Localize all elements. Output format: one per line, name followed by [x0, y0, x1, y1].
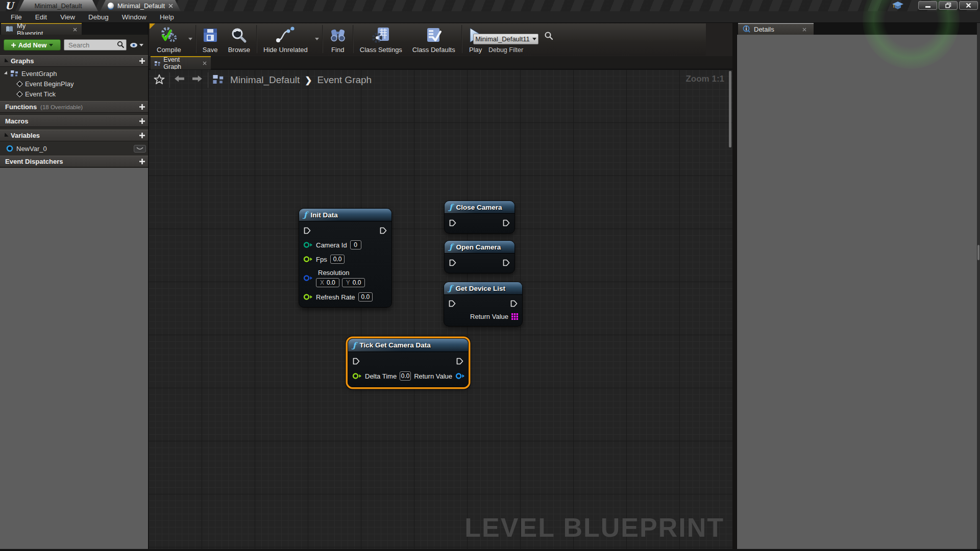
node-init-data[interactable]: ƒ Init Data: [299, 208, 392, 308]
exec-output-pin[interactable]: [456, 357, 464, 365]
menu-edit[interactable]: Edit: [29, 11, 54, 23]
browse-button[interactable]: Browse: [223, 23, 255, 55]
refresh-rate-value-field[interactable]: 0.0: [358, 292, 373, 302]
expander-icon[interactable]: [3, 58, 8, 64]
class-defaults-label: Class Defaults: [412, 46, 455, 54]
debug-filter-dropdown[interactable]: Minimal_Default11: [473, 34, 538, 44]
menu-help[interactable]: Help: [153, 11, 181, 23]
close-icon[interactable]: [73, 28, 77, 32]
tab-details[interactable]: Details: [738, 23, 814, 35]
camera-id-pin[interactable]: [303, 241, 313, 248]
compile-options-dropdown[interactable]: [188, 38, 192, 40]
forward-arrow-icon[interactable]: [192, 75, 203, 85]
add-variable-button[interactable]: [139, 133, 145, 138]
exec-output-pin[interactable]: [510, 299, 518, 308]
event-graph-canvas[interactable]: Minimal_Default ❯ Event Graph Zoom 1:1 L…: [148, 69, 732, 551]
compile-button[interactable]: Compile: [152, 23, 186, 55]
find-label: Find: [331, 46, 344, 54]
add-new-button[interactable]: Add New: [4, 39, 61, 51]
menu-file[interactable]: File: [4, 11, 29, 23]
tab-event-graph[interactable]: Event Graph: [151, 56, 211, 69]
fps-pin[interactable]: [303, 256, 313, 263]
exec-input-pin[interactable]: [352, 357, 360, 365]
camera-id-value-field[interactable]: 0: [350, 240, 361, 249]
exec-output-pin[interactable]: [379, 227, 387, 235]
y-value: 0.0: [353, 279, 361, 286]
refresh-rate-pin[interactable]: [303, 293, 313, 300]
debug-search-icon[interactable]: [544, 31, 553, 42]
resolution-x-field[interactable]: X 0.0: [316, 278, 339, 287]
close-window-button[interactable]: [959, 1, 978, 10]
add-function-button[interactable]: [139, 104, 145, 110]
event-dispatchers-section-header[interactable]: Event Dispatchers: [0, 156, 148, 167]
node-open-camera[interactable]: ƒ Open Camera: [444, 240, 515, 273]
breadcrumb-separator-icon: ❯: [305, 75, 312, 86]
event-icon: [16, 81, 23, 87]
return-value-array-pin[interactable]: [511, 313, 518, 320]
window-edge-handle[interactable]: [977, 245, 979, 260]
breadcrumb-current[interactable]: Event Graph: [317, 74, 372, 86]
row-eventgraph[interactable]: EventGraph: [0, 68, 148, 79]
class-settings-button[interactable]: Class Settings: [355, 23, 407, 55]
minimize-button[interactable]: [918, 1, 937, 10]
close-icon[interactable]: [168, 4, 173, 8]
row-variable-newvar0[interactable]: NewVar_0: [0, 143, 148, 154]
save-icon: [203, 26, 218, 44]
resolution-y-field[interactable]: Y 0.0: [342, 278, 365, 287]
expander-icon[interactable]: [4, 71, 9, 76]
expander-icon[interactable]: [3, 133, 8, 138]
variables-title: Variables: [11, 132, 40, 139]
row-event-tick[interactable]: Event Tick: [0, 89, 148, 99]
back-arrow-icon[interactable]: [175, 75, 185, 85]
exec-output-pin[interactable]: [502, 219, 510, 227]
tutorials-icon[interactable]: [892, 2, 903, 12]
menu-debug[interactable]: Debug: [82, 11, 115, 23]
pin-label: Delta Time: [365, 372, 397, 380]
row-event-beginplay[interactable]: Event BeginPlay: [0, 79, 148, 89]
graph-scrollbar-thumb[interactable]: [729, 71, 731, 147]
exec-input-pin[interactable]: [448, 299, 456, 308]
close-icon[interactable]: [203, 61, 207, 65]
breadcrumb-root[interactable]: Minimal_Default: [230, 74, 300, 86]
add-graph-button[interactable]: [139, 58, 145, 64]
favorite-star-icon[interactable]: [154, 74, 165, 87]
tab-my-blueprint[interactable]: My Blueprint: [1, 23, 82, 35]
hide-unrelated-options-dropdown[interactable]: [315, 38, 319, 40]
fps-value-field[interactable]: 0.0: [330, 255, 345, 264]
window-tab-level[interactable]: Minimal_Default: [18, 0, 98, 11]
graphs-section-header[interactable]: Graphs: [0, 55, 148, 67]
panel-splitter[interactable]: [732, 23, 737, 549]
my-blueprint-panel: My Blueprint Add New: [0, 23, 148, 549]
hide-unrelated-button[interactable]: Hide Unrelated: [258, 23, 313, 55]
event-dispatchers-title: Event Dispatchers: [5, 158, 63, 165]
class-defaults-button[interactable]: Class Defaults: [407, 23, 460, 55]
delta-time-value-field[interactable]: 0.0: [400, 371, 411, 381]
exec-input-pin[interactable]: [449, 219, 457, 227]
functions-hint: (18 Overridable): [40, 104, 83, 110]
node-get-device-list[interactable]: ƒ Get Device List Return Value: [444, 282, 523, 327]
return-value-pin[interactable]: [455, 372, 465, 380]
menu-window[interactable]: Window: [115, 11, 153, 23]
delta-time-pin[interactable]: [352, 372, 362, 380]
restore-button[interactable]: [939, 1, 958, 10]
add-event-dispatcher-button[interactable]: [139, 159, 145, 164]
node-close-camera[interactable]: ƒ Close Camera: [444, 201, 515, 234]
variable-visibility-toggle[interactable]: [134, 145, 146, 153]
resolution-pin[interactable]: [303, 274, 313, 282]
row-label: EventGraph: [21, 70, 57, 78]
pin-label: Camera Id: [316, 241, 347, 249]
exec-input-pin[interactable]: [449, 259, 457, 267]
save-button[interactable]: Save: [198, 23, 223, 55]
exec-output-pin[interactable]: [502, 259, 510, 267]
add-macro-button[interactable]: [139, 118, 145, 124]
find-button[interactable]: Find: [324, 23, 352, 55]
menu-view[interactable]: View: [54, 11, 82, 23]
functions-section-header[interactable]: Functions (18 Overridable): [0, 101, 148, 113]
node-tick-get-camera-data[interactable]: ƒ Tick Get Camera Data: [348, 338, 469, 387]
window-tab-blueprint[interactable]: Minimal_Default: [100, 0, 181, 11]
macros-section-header[interactable]: Macros: [0, 115, 148, 127]
exec-input-pin[interactable]: [303, 227, 311, 235]
close-icon[interactable]: [802, 28, 806, 32]
variables-section-header[interactable]: Variables: [0, 130, 148, 141]
visibility-filter-dropdown[interactable]: [130, 42, 144, 48]
